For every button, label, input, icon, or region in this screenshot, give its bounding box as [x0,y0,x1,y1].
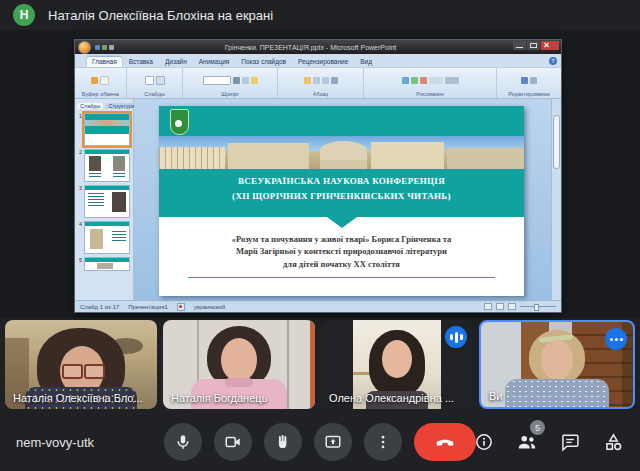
buildings-photo-strip [159,136,524,169]
tile-options-button[interactable] [605,328,627,350]
more-options-icon [374,433,392,451]
end-call-icon [434,431,456,453]
ribbon-tab-bar: Главная Вставка Дизайн Анимация Показ сл… [75,54,561,68]
ribbon-tab-animation[interactable]: Анимация [194,57,235,67]
divider-rule [188,277,495,278]
zoom-slider[interactable] [520,306,556,307]
help-icon[interactable]: ? [549,57,557,65]
slide-thumbnail-4[interactable]: 4 [76,221,130,254]
panel-tab-slides[interactable]: Слайды [77,103,103,109]
ribbon-group-font[interactable]: Шрифт [183,68,278,98]
status-slide-number: Слайд 1 из 17 [80,304,119,310]
topic-line3: для дітей початку ХХ століття [159,258,524,270]
ribbon-tab-design[interactable]: Дизайн [160,57,192,67]
participant-tile-2[interactable]: Наталія Богданець [163,320,315,409]
save-icon[interactable] [95,45,100,50]
maximize-button[interactable] [527,41,540,50]
normal-view-icon[interactable] [484,303,492,310]
chat-icon [560,432,580,452]
ribbon-group-slides[interactable]: Слайды [127,68,183,98]
slide-thumbnail-3[interactable]: 3 [76,185,130,218]
teal-triangle-pointer [327,217,357,228]
topic-block: «Розум та почування у живої тварі» Борис… [159,217,524,296]
ribbon-group-editing[interactable]: Редактирование [497,68,561,98]
ribbon-tab-view[interactable]: Вид [355,57,377,67]
people-button[interactable]: 5 [516,431,538,453]
slide-thumbnail-5[interactable]: 5 [76,257,130,271]
spellcheck-icon[interactable] [177,303,185,311]
activities-icon [603,432,624,453]
participant-count-badge: 5 [530,420,545,435]
panel-tab-outline[interactable]: Структура [105,103,137,109]
participant-name-2: Наталія Богданець [171,392,267,404]
conference-title: ВСЕУКРАЇНСЬКА НАУКОВА КОНФЕРЕНЦІЯ (ХІІ Щ… [159,169,524,217]
topic-line2: Марії Загірньої у контексті природознавч… [159,245,524,257]
microphone-icon [174,433,192,451]
ppt-status-bar: Слайд 1 из 17 Презентация1 украинский [75,300,561,312]
current-slide: ВСЕУКРАЇНСЬКА НАУКОВА КОНФЕРЕНЦІЯ (ХІІ Щ… [159,106,524,296]
close-button[interactable] [541,41,559,50]
ribbon-group-drawing[interactable]: Рисование [364,68,497,98]
ribbon-tab-slideshow[interactable]: Показ слайдов [236,57,291,67]
google-meet-window: Н Наталія Олексіївна Блохіна на екрані Г… [0,0,640,471]
meeting-code: nem-vovy-utk [16,435,94,450]
office-button-icon[interactable] [78,41,91,54]
participant-name-3: Олена Олександрівна ... [329,392,454,404]
ribbon-tab-home[interactable]: Главная [87,57,122,67]
info-icon [474,432,494,452]
slide-thumbnail-1[interactable]: 1 [76,113,130,146]
raise-hand-button[interactable] [264,423,302,461]
slide-header-band [159,106,524,136]
university-logo-icon [170,109,189,135]
undo-icon[interactable] [102,45,107,50]
presenting-label: Наталія Олексіївна Блохіна на екрані [48,8,273,23]
participant-tile-1[interactable]: Наталія Олексіївна Бло... [5,320,157,409]
status-language: украинский [194,304,225,310]
ribbon-group-clipboard[interactable]: Буфер обмена [75,68,127,98]
slideshow-view-icon[interactable] [508,303,516,310]
present-screen-icon [324,433,342,451]
end-call-button[interactable] [414,423,476,461]
quick-access-toolbar[interactable] [95,45,114,50]
meeting-info-button[interactable] [473,431,495,453]
meet-control-bar: nem-vovy-utk [0,413,640,471]
ribbon-tab-review[interactable]: Рецензирование [293,57,353,67]
microphone-button[interactable] [164,423,202,461]
screen-share-area: Грінченки. ПРЕЗЕНТАЦІЯ.pptx - Microsoft … [0,30,640,318]
presenting-bar: Н Наталія Олексіївна Блохіна на екрані [0,0,640,30]
ppt-title-bar[interactable]: Грінченки. ПРЕЗЕНТАЦІЯ.pptx - Microsoft … [75,40,561,54]
ppt-window-title: Грінченки. ПРЕЗЕНТАЦІЯ.pptx - Microsoft … [114,44,507,51]
vertical-scrollbar[interactable] [551,99,561,300]
participant-name-self: Ви [489,390,502,402]
more-options-button[interactable] [364,423,402,461]
raise-hand-icon [274,433,292,451]
participant-tile-3[interactable]: Олена Олександрівна ... [321,320,473,409]
topic-line1: «Розум та почування у живої тварі» Борис… [159,233,524,245]
slides-panel: Слайды Структура × 1 [75,99,134,300]
ribbon: Буфер обмена Слайды Шрифт Абзац Рисовани… [75,68,561,99]
window-controls [513,41,559,50]
participant-tile-self[interactable]: Ви [479,320,635,409]
activities-button[interactable] [602,431,624,453]
presenter-avatar: Н [13,4,35,26]
audio-activity-indicator [445,326,467,348]
slide-canvas[interactable]: ВСЕУКРАЇНСЬКА НАУКОВА КОНФЕРЕНЦІЯ (ХІІ Щ… [134,99,561,300]
participant-tiles-row: Наталія Олексіївна Бло... Наталія Богдан… [0,318,640,413]
conference-title-line2: (ХІІ ЩОРІЧНИХ ГРІНЧЕНКІВСЬКИХ ЧИТАНЬ) [159,189,524,204]
ribbon-group-paragraph[interactable]: Абзац [278,68,364,98]
chat-button[interactable] [559,431,581,453]
slide-thumbnail-2[interactable]: 2 [76,149,130,182]
present-screen-button[interactable] [314,423,352,461]
conference-title-line1: ВСЕУКРАЇНСЬКА НАУКОВА КОНФЕРЕНЦІЯ [159,174,524,189]
scrollbar-thumb[interactable] [553,115,560,169]
camera-button[interactable] [214,423,252,461]
ribbon-tab-insert[interactable]: Вставка [124,57,158,67]
camera-icon [224,433,242,451]
powerpoint-window: Грінченки. ПРЕЗЕНТАЦІЯ.pptx - Microsoft … [75,40,561,312]
status-view-controls[interactable] [484,303,556,310]
minimize-button[interactable] [513,41,526,50]
sorter-view-icon[interactable] [496,303,504,310]
participant-name-1: Наталія Олексіївна Бло... [13,392,143,404]
status-theme-name: Презентация1 [128,304,168,310]
